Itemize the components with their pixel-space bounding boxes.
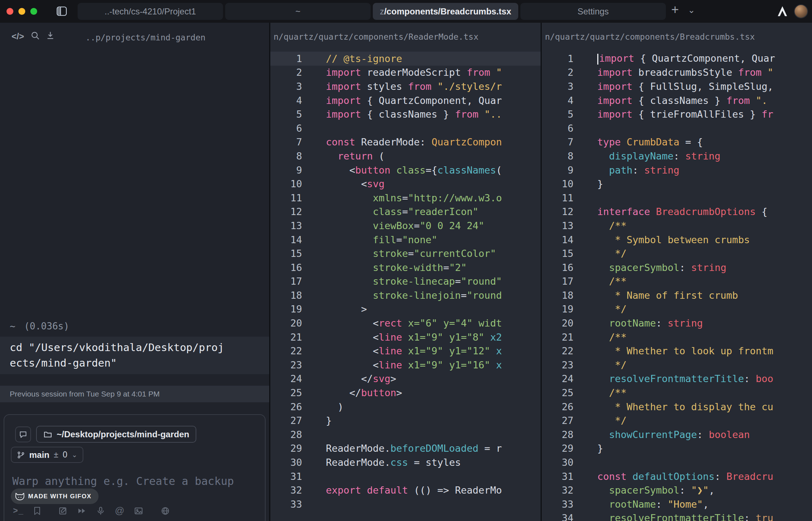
editor-pane-breadcrumbs[interactable]: n/quartz/quartz/components/Breadcrumbs.t… [542,23,812,521]
line-number: 19 [270,303,302,315]
app-logo-icon [777,5,788,18]
code-line-text: <line x1="9" y1="12" x [302,345,502,356]
warp-input[interactable]: Warp anything e.g. Create a backup [12,475,234,487]
terminal-input-card: ~/Desktop/projects/mind-garden main ± 0 … [4,414,266,521]
code-line-text: */ [573,303,627,315]
code-line: 28 [270,428,541,442]
line-number: 15 [270,248,302,259]
line-number: 6 [542,123,573,134]
line-number: 7 [270,136,302,148]
command-duration: (0.036s) [24,321,69,332]
tab-active[interactable]: z/components/Breadcrumbs.tsx [373,3,518,20]
gifox-watermark-label: MADE WITH GIFOX [28,493,91,500]
edit-square-icon[interactable] [58,506,68,516]
at-mention-icon[interactable]: @ [115,505,124,516]
code-line: 23 <line x1="9" y1="16" x [270,358,541,372]
code-line: 12interface BreadcrumbOptions { [542,205,812,219]
code-icon[interactable]: </> [12,31,24,41]
code-line-text: * Whether to display the cu [573,401,773,412]
code-line: 5import { classNames } from ".. [270,107,541,121]
image-icon[interactable] [134,506,143,516]
search-icon[interactable] [30,31,40,41]
mic-icon[interactable] [96,506,105,516]
command-block[interactable]: cd "/Users/vkodithala/Desktop/projects/m… [0,337,269,374]
line-number: 33 [542,499,573,510]
line-number: 5 [542,109,573,120]
code-line-text: import { QuartzComponent, Quar [573,53,775,65]
code-line-text: import styles from "./styles/r [302,81,502,92]
code-line-text: import { trieFromAllFiles } fr [573,109,773,120]
ai-chat-icon[interactable] [15,426,31,442]
tab-label: /components/Breadcrumbs.tsx [384,6,511,17]
close-button[interactable] [6,8,13,15]
code-line-text: rootName: "Home", [573,499,709,510]
line-number: 9 [542,165,573,176]
line-number: 20 [270,318,302,329]
sidebar-toggle-icon[interactable] [56,6,67,17]
line-number: 2 [542,67,573,78]
line-number: 8 [542,150,573,162]
line-number: 29 [542,443,573,454]
prompt-mode-icon[interactable]: >_ [13,506,24,516]
line-number: 18 [270,290,302,301]
git-branch-icon [17,451,25,459]
line-number: 22 [542,345,573,356]
prompt-symbol: ~ [10,321,16,332]
code-line: 21 <line x1="9" y1="8" x2 [270,330,541,344]
code-line: 25 /** [542,386,812,400]
code-line-text: */ [573,415,627,426]
code-line: 2import breadcrumbsStyle from " [542,66,812,80]
line-number: 28 [270,429,302,440]
code-line: 13 /** [542,219,812,233]
line-number: 4 [270,95,302,106]
code-line-text: /** [573,276,627,287]
tab-item[interactable]: Settings [520,3,666,20]
code-line: 15 stroke="currentColor" [270,246,541,260]
git-changes-symbol: ± [54,450,58,460]
user-avatar[interactable] [794,4,808,18]
line-number: 18 [542,290,573,301]
line-number: 14 [542,234,573,245]
line-number: 8 [270,150,302,162]
code-line-text: import { QuartzComponent, Quar [302,95,502,106]
code-line: 34 resolveFrontmatterTitle: tru [542,511,812,521]
git-branch-pill[interactable]: main ± 0 ⌄ [11,447,83,463]
globe-icon[interactable] [161,506,170,516]
code-line: 1import { QuartzComponent, Quar [542,52,812,66]
code-line: 3import styles from "./styles/r [270,79,541,93]
tab-item[interactable]: ..-tech/cs-4210/Project1 [78,3,223,20]
code-line: 13 viewBox="0 0 24 24" [270,219,541,233]
line-number: 25 [542,387,573,398]
code-line: 16 spacerSymbol: string [542,260,812,275]
line-number: 24 [270,373,302,384]
code-line: 2import readerModeScript from " [270,66,541,80]
code-line-text: const defaultOptions: Breadcru [573,471,773,482]
code-line: 29ReaderMode.beforeDOMLoaded = r [270,442,541,456]
tab-label: ..-tech/cs-4210/Project1 [105,6,196,17]
code-line-text: stroke-linejoin="round [302,290,502,301]
tab-item[interactable]: ~ [225,3,371,20]
code-line-text: <line x1="9" y1="8" x2 [302,332,502,343]
download-icon[interactable] [45,31,55,41]
terminal-pane[interactable]: </> ..p/projects/mind-garden ~ (0.036s) … [0,23,269,521]
code-line: 8 displayName: string [542,149,812,163]
fast-forward-icon[interactable] [77,506,87,516]
bookmark-icon[interactable] [33,507,41,515]
code-line-text: resolveFrontmatterTitle: tru [573,512,773,521]
line-number: 33 [270,499,302,510]
code-line-text: spacerSymbol: "❯", [573,485,715,496]
tab-list-chevron-icon[interactable]: ⌄ [688,5,695,15]
line-number: 30 [542,457,573,468]
new-tab-button[interactable]: + [671,2,679,17]
minimize-button[interactable] [18,8,25,15]
code-line: 19 > [270,302,541,316]
code-editor-readermode[interactable]: 1// @ts-ignore2import readerModeScript f… [270,52,541,511]
zoom-button[interactable] [30,8,37,15]
editor-pane-readermode[interactable]: n/quartz/quartz/components/ReaderMode.ts… [270,23,541,521]
code-line-text: const ReaderMode: QuartzCompon [302,136,502,148]
code-line: 1// @ts-ignore [270,52,541,66]
prompt-meta: ~ (0.036s) [10,321,69,332]
code-editor-breadcrumbs[interactable]: 1import { QuartzComponent, Quar2import b… [542,52,812,521]
cwd-pill[interactable]: ~/Desktop/projects/mind-garden [36,426,196,443]
line-number: 13 [542,220,573,231]
